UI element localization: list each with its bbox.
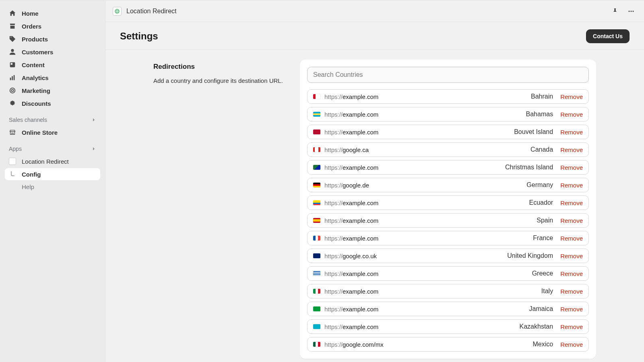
redirection-row[interactable]: https://example.com Italy Remove (307, 284, 589, 298)
nav-analytics[interactable]: Analytics (5, 72, 100, 84)
app-location-redirect[interactable]: Location Redirect (5, 155, 100, 167)
page-title: Settings (120, 31, 158, 42)
flag-icon (313, 130, 320, 134)
svg-rect-3 (10, 78, 11, 80)
remove-button[interactable]: Remove (560, 288, 583, 295)
remove-button[interactable]: Remove (560, 164, 583, 171)
redirection-row[interactable]: https://example.com Bouvet Island Remove (307, 125, 589, 139)
url-domain: example.com (343, 164, 378, 171)
redirection-row[interactable]: https://example.com Jamaica Remove (307, 302, 589, 316)
more-button[interactable] (625, 6, 637, 17)
flag-icon (313, 200, 320, 205)
nav-content[interactable]: Content (5, 59, 100, 71)
url: https://google.co.uk (324, 253, 503, 259)
remove-button[interactable]: Remove (560, 341, 583, 348)
redirection-row[interactable]: https://example.com Greece Remove (307, 266, 589, 281)
url: https://google.de (324, 182, 522, 189)
redirection-row[interactable]: https://example.com Ecuador Remove (307, 195, 589, 210)
remove-button[interactable]: Remove (560, 129, 583, 136)
url-domain: example.com (343, 200, 378, 206)
url: https://example.com (324, 323, 516, 330)
discounts-icon (9, 100, 16, 107)
redirection-row[interactable]: https://google.de Germany Remove (307, 178, 589, 192)
tree-connector-icon (9, 171, 16, 178)
remove-button[interactable]: Remove (560, 93, 583, 100)
redirection-row[interactable]: https://google.co.uk United Kingdom Remo… (307, 249, 589, 263)
chevron-right-icon (91, 146, 96, 151)
nav-label: Orders (22, 23, 41, 30)
app-sub-label: Config (22, 171, 41, 178)
svg-point-11 (633, 11, 634, 12)
redirection-row[interactable]: https://google.com/mx Mexico Remove (307, 337, 589, 352)
remove-button[interactable]: Remove (560, 217, 583, 224)
url: https://example.com (324, 306, 525, 313)
section-sales-channels[interactable]: Sales channels (5, 110, 100, 125)
url-domain: example.com (343, 111, 378, 118)
flag-icon (313, 271, 320, 276)
country-name: Kazakhstan (520, 323, 553, 330)
remove-button[interactable]: Remove (560, 146, 583, 153)
nav-customers[interactable]: Customers (5, 46, 100, 58)
url: https://example.com (324, 93, 527, 100)
url-domain: example.com (343, 306, 378, 313)
section-title: Redirections (153, 63, 290, 71)
flag-icon (313, 94, 320, 99)
redirection-row[interactable]: https://example.com Kazakhstan Remove (307, 319, 589, 334)
nav-marketing[interactable]: Marketing (5, 84, 100, 97)
nav-label: Customers (22, 49, 53, 56)
url-protocol: https:// (324, 253, 343, 259)
url-protocol: https:// (324, 200, 343, 206)
remove-button[interactable]: Remove (560, 182, 583, 189)
nav-label: Analytics (22, 74, 49, 81)
remove-button[interactable]: Remove (560, 270, 583, 277)
flag-icon (313, 324, 320, 329)
remove-button[interactable]: Remove (560, 200, 583, 206)
url-domain: example.com (343, 235, 378, 242)
url-domain: example.com (343, 217, 378, 224)
remove-button[interactable]: Remove (560, 323, 583, 330)
country-name: Germany (526, 181, 553, 189)
remove-button[interactable]: Remove (560, 306, 583, 313)
remove-button[interactable]: Remove (560, 111, 583, 118)
nav-home[interactable]: Home (5, 7, 100, 19)
redirection-row[interactable]: https://example.com Bahrain Remove (307, 89, 589, 104)
nav-products[interactable]: Products (5, 33, 100, 45)
flag-icon (313, 289, 320, 294)
country-name: United Kingdom (507, 252, 553, 259)
marketing-icon (9, 87, 16, 94)
redirection-row[interactable]: https://example.com France Remove (307, 231, 589, 245)
flag-icon (313, 218, 320, 223)
nav-orders[interactable]: Orders (5, 20, 100, 32)
app-sub-help[interactable]: Help (5, 181, 100, 193)
remove-button[interactable]: Remove (560, 235, 583, 242)
remove-button[interactable]: Remove (560, 253, 583, 259)
app-sub-config[interactable]: Config (5, 168, 100, 180)
section-label: Sales channels (9, 117, 47, 123)
redirection-row[interactable]: https://example.com Bahamas Remove (307, 107, 589, 121)
redirection-row[interactable]: https://example.com Spain Remove (307, 213, 589, 228)
url-protocol: https:// (324, 341, 343, 348)
nav-label: Products (22, 36, 48, 43)
country-name: Mexico (533, 341, 553, 348)
url-domain: example.com (343, 270, 378, 277)
redirection-row[interactable]: https://example.com Christmas Island Rem… (307, 160, 589, 175)
section-apps[interactable]: Apps (5, 139, 100, 154)
search-countries-input[interactable] (307, 67, 589, 83)
url-protocol: https:// (324, 146, 343, 153)
contact-us-button[interactable]: Contact Us (586, 29, 630, 43)
url-domain: example.com (343, 129, 378, 136)
nav-label: Content (22, 62, 45, 68)
url: https://example.com (324, 235, 529, 242)
url-protocol: https:// (324, 129, 343, 136)
nav-online-store[interactable]: Online Store (5, 126, 100, 138)
app-header-icon (113, 7, 122, 16)
nav-discounts[interactable]: Discounts (5, 97, 100, 109)
svg-rect-2 (11, 63, 13, 65)
url-domain: google.ca (343, 146, 369, 153)
sidebar: Home Orders Products Customers Content A… (0, 1, 105, 362)
redirection-row[interactable]: https://google.ca Canada Remove (307, 142, 589, 157)
svg-point-7 (11, 89, 13, 91)
country-name: France (533, 234, 553, 242)
country-name: Bahamas (526, 111, 553, 118)
pin-button[interactable] (609, 6, 621, 17)
